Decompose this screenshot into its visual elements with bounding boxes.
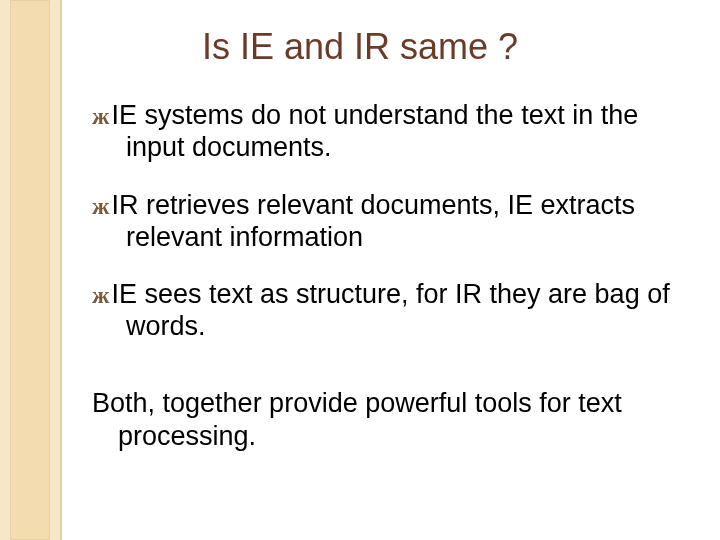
bullet-text: IE systems do not understand the text in… [111,100,638,162]
band-inner [10,0,50,540]
bullet-item: жIR retrieves relevant documents, IE ext… [92,190,672,254]
closing-text: Both, together provide powerful tools fo… [92,387,672,452]
left-decorative-band [0,0,66,540]
slide-title: Is IE and IR same ? [0,26,720,68]
bullet-item: жIE systems do not understand the text i… [92,100,672,164]
bullet-item: жIE sees text as structure, for IR they … [92,279,672,343]
bullet-glyph-icon: ж [92,103,111,129]
bullet-glyph-icon: ж [92,193,111,219]
bullet-glyph-icon: ж [92,282,111,308]
slide: Is IE and IR same ? жIE systems do not u… [0,0,720,540]
slide-body: жIE systems do not understand the text i… [92,100,672,452]
bullet-text: IE sees text as structure, for IR they a… [111,279,669,341]
bullet-text: IR retrieves relevant documents, IE extr… [111,190,635,252]
